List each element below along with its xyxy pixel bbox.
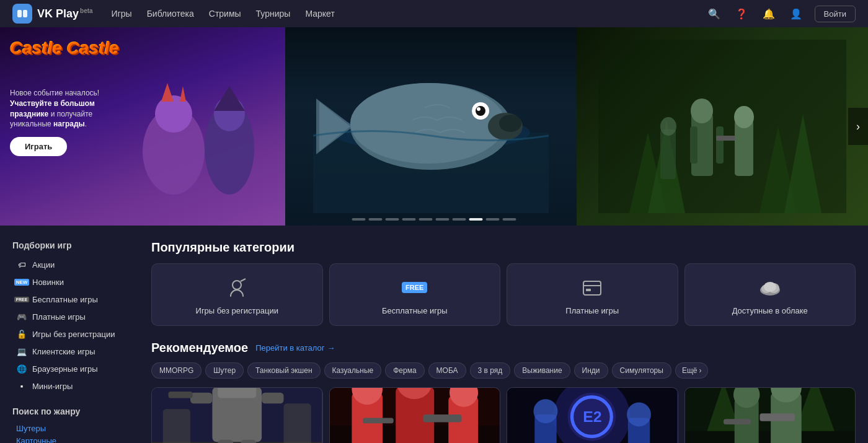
genre-shooters[interactable]: Шутеры bbox=[12, 423, 136, 434]
cat-paid[interactable]: Платные игры bbox=[507, 263, 678, 326]
cat-no-reg[interactable]: Игры без регистрации bbox=[151, 263, 323, 326]
game-thumb-evolution2: E2 bbox=[507, 388, 678, 443]
hero-dot-6[interactable] bbox=[436, 218, 450, 221]
help-icon[interactable]: ❓ bbox=[733, 5, 750, 22]
svg-rect-54 bbox=[284, 403, 311, 443]
sidebar-item-browser-label: Браузерные игры bbox=[32, 364, 98, 374]
hero-dot-5[interactable] bbox=[419, 218, 433, 221]
hero-dot-1[interactable] bbox=[352, 218, 366, 221]
castle-description: Новое событие началось! Участвуйте в бол… bbox=[10, 88, 134, 129]
game-thumb-left-survive: LEFT bbox=[330, 388, 500, 443]
tag-survival[interactable]: Выживание bbox=[514, 362, 570, 379]
game-thumb-war-robots bbox=[152, 388, 322, 443]
hero-dot-10[interactable] bbox=[503, 218, 516, 221]
castle-play-button[interactable]: Играть bbox=[10, 137, 67, 156]
sidebar-item-paid[interactable]: 🎮 Платные игры bbox=[12, 309, 136, 325]
castle-slide-content: Castle Castle Новое событие началось! Уч… bbox=[10, 40, 134, 156]
cat-cloud-icon bbox=[756, 274, 784, 301]
cat-free-label: Бесплатные игры bbox=[382, 306, 448, 315]
svg-point-26 bbox=[691, 99, 713, 123]
cat-cloud[interactable]: Доступные в облаке bbox=[684, 263, 856, 326]
hero-dot-7[interactable] bbox=[453, 218, 466, 221]
tag-shooter[interactable]: Шутер bbox=[205, 362, 244, 379]
game-card-left-survive[interactable]: LEFT Left to Survive Шутер bbox=[329, 387, 501, 443]
svg-rect-85 bbox=[723, 419, 750, 424]
hero-dot-9[interactable] bbox=[486, 218, 500, 221]
chevron-right-icon: › bbox=[699, 366, 701, 375]
svg-marker-5 bbox=[180, 86, 186, 102]
svg-rect-49 bbox=[262, 393, 283, 404]
sidebar-item-noreg[interactable]: 🔓 Игры без регистрации bbox=[12, 326, 136, 342]
tag-tank[interactable]: Танковый экшен bbox=[247, 362, 321, 379]
header: VK Playbeta Игры Библиотека Стримы Турни… bbox=[0, 0, 868, 27]
sidebar-item-client[interactable]: 💻 Клиентские игры bbox=[12, 343, 136, 359]
sidebar-item-free-label: Бесплатные игры bbox=[32, 295, 98, 304]
logo-text: VK Playbeta bbox=[37, 7, 93, 20]
cat-paid-label: Платные игры bbox=[565, 306, 619, 315]
sales-icon: 🏷 bbox=[16, 259, 27, 270]
hero-next-button[interactable]: › bbox=[848, 108, 868, 145]
hero-slide-fishing[interactable] bbox=[285, 27, 577, 226]
recommended-header: Рекомендуемое Перейти в каталог → bbox=[151, 341, 856, 355]
search-icon[interactable]: 🔍 bbox=[706, 5, 723, 22]
main-content: Подборки игр 🏷 Акции NEW Новинки FREE Бе… bbox=[0, 226, 868, 443]
tag-more[interactable]: Ещё › bbox=[675, 362, 709, 379]
sidebar: Подборки игр 🏷 Акции NEW Новинки FREE Бе… bbox=[12, 240, 136, 443]
login-button[interactable]: Войти bbox=[815, 6, 856, 22]
game-cards: War Robots Шутер bbox=[151, 387, 856, 443]
nav-streams[interactable]: Стримы bbox=[209, 6, 241, 21]
game-card-war-robots[interactable]: War Robots Шутер bbox=[151, 387, 323, 443]
svg-rect-50 bbox=[169, 392, 193, 398]
cat-free[interactable]: FREE Бесплатные игры bbox=[329, 263, 501, 326]
sidebar-item-noreg-label: Игры без регистрации bbox=[32, 330, 115, 339]
tag-sim[interactable]: Симуляторы bbox=[612, 362, 671, 379]
tag-moba[interactable]: МОБА bbox=[428, 362, 466, 379]
tag-indie[interactable]: Инди bbox=[574, 362, 608, 379]
new-icon: NEW bbox=[16, 276, 27, 287]
genre-cards[interactable]: Карточные bbox=[12, 435, 136, 443]
castle-title: Castle Castle bbox=[10, 40, 134, 57]
sidebar-item-browser[interactable]: 🌐 Браузерные игры bbox=[12, 361, 136, 377]
nav-tournaments[interactable]: Турниры bbox=[256, 6, 291, 21]
hero-dot-8[interactable] bbox=[469, 218, 483, 221]
sidebar-genre-section: Поиск по жанру Шутеры Карточные Стратеги… bbox=[12, 406, 136, 443]
sidebar-item-mini[interactable]: ▪ Мини-игры bbox=[12, 378, 136, 394]
hero-dot-4[interactable] bbox=[402, 218, 416, 221]
game-card-evolution2[interactable]: E2 Эволюция 2: Битва за Утопию Шутер bbox=[507, 387, 678, 443]
arrow-right-icon: → bbox=[327, 343, 335, 353]
svg-point-3 bbox=[155, 95, 192, 133]
cat-cloud-label: Доступные в облаке bbox=[732, 306, 808, 315]
svg-rect-84 bbox=[760, 413, 795, 421]
hero-section: Castle Castle Новое событие началось! Уч… bbox=[0, 27, 868, 226]
tag-farm[interactable]: Ферма bbox=[385, 362, 424, 379]
sidebar-item-sales[interactable]: 🏷 Акции bbox=[12, 257, 136, 273]
sidebar-item-sales-label: Акции bbox=[32, 260, 55, 270]
hero-dot-2[interactable] bbox=[369, 218, 383, 221]
cat-no-reg-label: Игры без регистрации bbox=[196, 306, 278, 315]
noreg-icon: 🔓 bbox=[16, 328, 27, 340]
nav-library[interactable]: Библиотека bbox=[147, 6, 194, 21]
catalog-link[interactable]: Перейти в каталог → bbox=[255, 343, 335, 353]
nav-market[interactable]: Маркет bbox=[305, 6, 334, 21]
svg-rect-64 bbox=[363, 418, 394, 423]
svg-point-12 bbox=[350, 83, 505, 164]
hero-dot-3[interactable] bbox=[386, 218, 399, 221]
svg-rect-48 bbox=[190, 393, 212, 404]
main-nav: Игры Библиотека Стримы Турниры Маркет bbox=[112, 6, 335, 21]
tag-3row[interactable]: 3 в ряд bbox=[470, 362, 511, 379]
svg-point-74 bbox=[627, 403, 651, 427]
notifications-icon[interactable]: 🔔 bbox=[760, 5, 777, 22]
tag-mmorpg[interactable]: MMORPG bbox=[151, 362, 202, 379]
svg-marker-4 bbox=[161, 83, 174, 102]
tag-casual[interactable]: Казуальные bbox=[324, 362, 382, 379]
hero-slide-tactical[interactable] bbox=[577, 27, 868, 226]
sidebar-item-free[interactable]: FREE Бесплатные игры bbox=[12, 291, 136, 307]
hero-slide-castle[interactable]: Castle Castle Новое событие началось! Уч… bbox=[0, 27, 285, 226]
svg-marker-8 bbox=[214, 86, 245, 111]
nav-games[interactable]: Игры bbox=[112, 6, 132, 21]
game-card-tacticool[interactable]: TACTICOOL Tacticool Экшен bbox=[684, 387, 856, 443]
account-icon[interactable]: 👤 bbox=[787, 5, 805, 22]
logo[interactable]: VK Playbeta bbox=[12, 4, 93, 24]
sidebar-item-new[interactable]: NEW Новинки bbox=[12, 274, 136, 290]
svg-rect-51 bbox=[218, 440, 233, 443]
